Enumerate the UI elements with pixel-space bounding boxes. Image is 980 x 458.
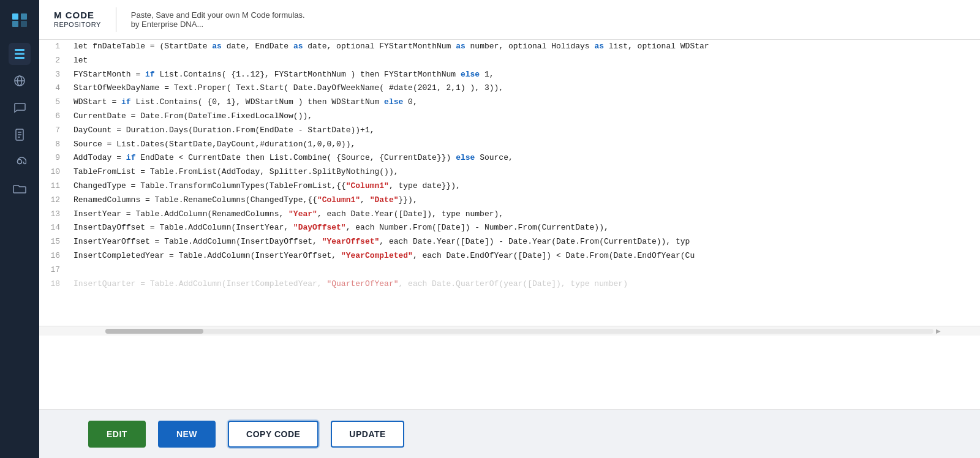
- code-container: 1 let fnDateTable = (StartDate as date, …: [39, 40, 980, 409]
- line-number: 1: [39, 40, 69, 54]
- line-content: DayCount = Duration.Days(Duration.From(E…: [69, 124, 980, 138]
- new-button[interactable]: NEW: [158, 421, 216, 448]
- line-number: 3: [39, 68, 69, 82]
- table-row: 8 Source = List.Dates(StartDate,DayCount…: [39, 138, 980, 152]
- svg-rect-0: [9, 9, 31, 31]
- line-number: 2: [39, 54, 69, 68]
- line-content: TableFromList = Table.FromList(AddToday,…: [69, 165, 980, 179]
- line-number: 5: [39, 96, 69, 110]
- update-button[interactable]: UPDATE: [331, 421, 404, 448]
- svg-rect-7: [15, 57, 24, 59]
- sidebar-item-globe[interactable]: [9, 70, 31, 92]
- table-row: 7 DayCount = Duration.Days(Duration.From…: [39, 124, 980, 138]
- line-number: 10: [39, 165, 69, 179]
- header-desc-line2: by Enterprise DNA...: [131, 20, 305, 29]
- line-number: 14: [39, 221, 69, 235]
- code-table: 1 let fnDateTable = (StartDate as date, …: [39, 40, 980, 291]
- line-content: WDStart = if List.Contains( {0, 1}, WDSt…: [69, 96, 980, 110]
- line-content: Source = List.Dates(StartDate,DayCount,#…: [69, 138, 980, 152]
- line-number: 7: [39, 124, 69, 138]
- header-divider: [116, 7, 116, 32]
- copy-code-button[interactable]: COPY CODE: [228, 421, 318, 448]
- table-row: 9 AddToday = if EndDate < CurrentDate th…: [39, 151, 980, 165]
- svg-rect-5: [15, 49, 24, 51]
- line-number: 15: [39, 235, 69, 249]
- code-editor[interactable]: 1 let fnDateTable = (StartDate as date, …: [39, 40, 980, 326]
- line-number: 16: [39, 249, 69, 263]
- sidebar-item-chat[interactable]: [9, 97, 31, 119]
- table-row: 16 InsertCompletedYear = Table.AddColumn…: [39, 249, 980, 263]
- table-row: 4 StartOfWeekDayName = Text.Proper( Text…: [39, 81, 980, 96]
- horizontal-scrollbar[interactable]: ▶: [39, 326, 980, 336]
- line-content: StartOfWeekDayName = Text.Proper( Text.S…: [69, 81, 980, 96]
- line-number: 11: [39, 179, 69, 193]
- svg-rect-3: [12, 21, 18, 27]
- line-content: let: [69, 54, 980, 68]
- table-row: 15 InsertYearOffset = Table.AddColumn(In…: [39, 235, 980, 249]
- line-content: InsertYearOffset = Table.AddColumn(Inser…: [69, 235, 980, 249]
- table-row: 14 InsertDayOffset = Table.AddColumn(Ins…: [39, 221, 980, 235]
- svg-rect-4: [21, 21, 27, 27]
- line-number: 4: [39, 81, 69, 96]
- line-content: ChangedType = Table.TransformColumnTypes…: [69, 179, 980, 193]
- header-description: Paste, Save and Edit your own M Code for…: [131, 10, 305, 29]
- header: M CODE REPOSITORY Paste, Save and Edit y…: [39, 0, 980, 40]
- svg-rect-6: [15, 53, 24, 55]
- table-row: 10 TableFromList = Table.FromList(AddTod…: [39, 165, 980, 179]
- line-content: InsertYear = Table.AddColumn(RenamedColu…: [69, 208, 980, 222]
- line-number: 18: [39, 277, 69, 291]
- line-content: RenamedColumns = Table.RenameColumns(Cha…: [69, 193, 980, 208]
- sidebar-item-layers[interactable]: [9, 43, 31, 65]
- line-content: [69, 263, 980, 277]
- table-row: 13 InsertYear = Table.AddColumn(RenamedC…: [39, 208, 980, 222]
- table-row: 17: [39, 263, 980, 277]
- sidebar-item-file[interactable]: [9, 124, 31, 146]
- scroll-thumb[interactable]: [105, 329, 203, 334]
- svg-rect-1: [12, 13, 18, 20]
- table-row: 6 CurrentDate = Date.From(DateTime.Fixed…: [39, 110, 980, 124]
- line-content: FYStartMonth = if List.Contains( {1..12}…: [69, 68, 980, 82]
- line-content: InsertQuarter = Table.AddColumn(InsertCo…: [69, 277, 980, 291]
- table-row: 3 FYStartMonth = if List.Contains( {1..1…: [39, 68, 980, 82]
- line-number: 17: [39, 263, 69, 277]
- table-row: 11 ChangedType = Table.TransformColumnTy…: [39, 179, 980, 193]
- bottom-toolbar: EDIT NEW COPY CODE UPDATE: [39, 409, 980, 458]
- sidebar-item-folder[interactable]: [9, 178, 31, 200]
- main-content: M CODE REPOSITORY Paste, Save and Edit y…: [39, 0, 980, 458]
- line-number: 8: [39, 138, 69, 152]
- app-title: M CODE: [54, 10, 101, 21]
- line-content: InsertDayOffset = Table.AddColumn(Insert…: [69, 221, 980, 235]
- edit-button[interactable]: EDIT: [88, 421, 146, 448]
- line-content: let fnDateTable = (StartDate as date, En…: [69, 40, 980, 54]
- sidebar: [0, 0, 39, 458]
- app-subtitle: REPOSITORY: [54, 21, 101, 29]
- table-row: 12 RenamedColumns = Table.RenameColumns(…: [39, 193, 980, 208]
- line-content: CurrentDate = Date.From(DateTime.FixedLo…: [69, 110, 980, 124]
- header-desc-line1: Paste, Save and Edit your own M Code for…: [131, 10, 305, 20]
- table-row: 5 WDStart = if List.Contains( {0, 1}, WD…: [39, 96, 980, 110]
- svg-rect-2: [21, 13, 27, 20]
- app-logo[interactable]: [7, 7, 32, 32]
- scroll-track[interactable]: [105, 329, 933, 334]
- line-content: AddToday = if EndDate < CurrentDate then…: [69, 151, 980, 165]
- sidebar-item-at[interactable]: [9, 151, 31, 173]
- table-row: 1 let fnDateTable = (StartDate as date, …: [39, 40, 980, 54]
- line-content: InsertCompletedYear = Table.AddColumn(In…: [69, 249, 980, 263]
- header-logo-text: M CODE REPOSITORY: [54, 10, 101, 29]
- table-row: 18 InsertQuarter = Table.AddColumn(Inser…: [39, 277, 980, 291]
- line-number: 6: [39, 110, 69, 124]
- table-row: 2 let: [39, 54, 980, 68]
- line-number: 12: [39, 193, 69, 208]
- code-empty-area: [39, 336, 980, 409]
- line-number: 13: [39, 208, 69, 222]
- line-number: 9: [39, 151, 69, 165]
